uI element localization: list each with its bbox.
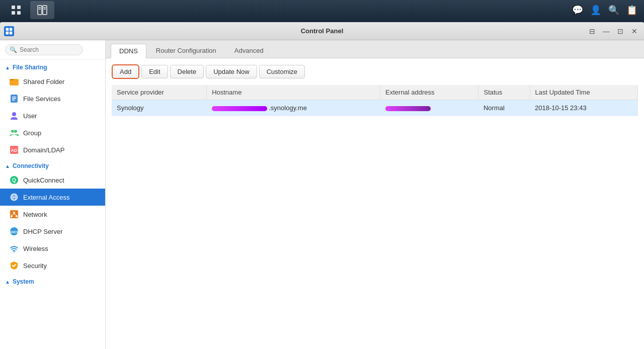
svg-rect-1	[17, 6, 21, 9]
taskbar-right-area: 💬 👤 🔍 📋	[570, 2, 640, 18]
search-icon[interactable]: 🔍	[606, 2, 622, 18]
user-icon[interactable]: 👤	[588, 2, 604, 18]
chat-icon[interactable]: 💬	[570, 2, 586, 18]
svg-rect-0	[12, 6, 15, 9]
taskbar-app-grid[interactable]	[4, 1, 28, 19]
svg-rect-5	[43, 6, 47, 15]
svg-rect-3	[17, 11, 21, 15]
taskbar: 💬 👤 🔍 📋	[0, 0, 644, 20]
taskbar-file-manager[interactable]	[30, 1, 54, 19]
svg-rect-2	[12, 11, 15, 15]
menu-icon[interactable]: 📋	[624, 2, 640, 18]
svg-rect-4	[38, 6, 42, 15]
